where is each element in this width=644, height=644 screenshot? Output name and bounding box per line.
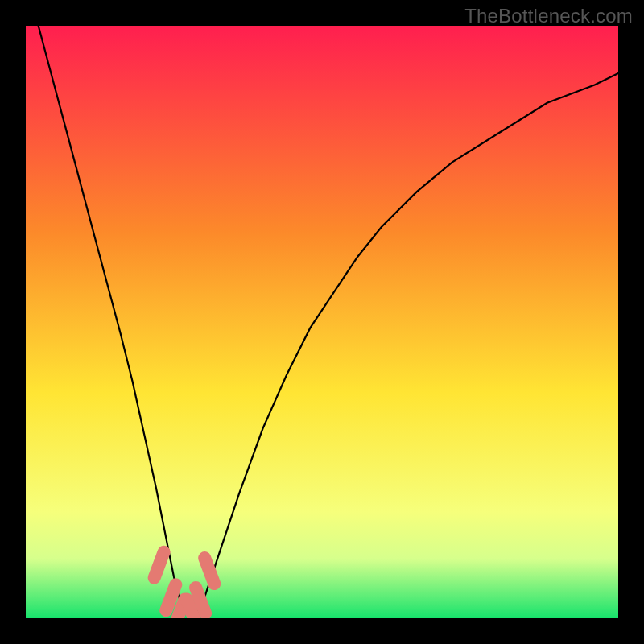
plot-area — [26, 26, 618, 618]
curve-marker — [155, 552, 164, 578]
plot-svg — [26, 26, 618, 618]
curve-marker — [166, 584, 175, 610]
curve-marker — [196, 588, 205, 613]
curve-marker — [204, 558, 214, 584]
watermark-text: TheBottleneck.com — [464, 5, 633, 27]
chart-frame: TheBottleneck.com — [0, 0, 644, 644]
